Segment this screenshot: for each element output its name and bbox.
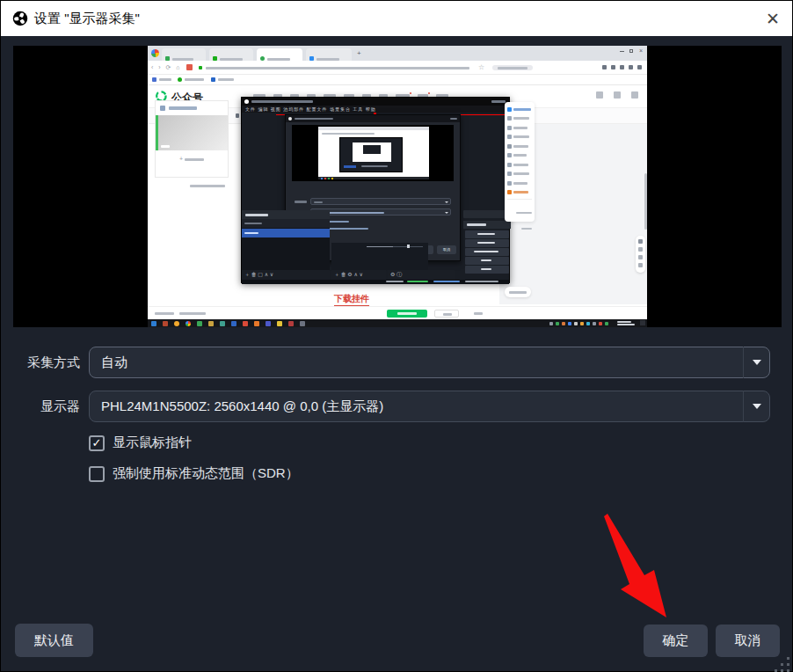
bookmark-icon xyxy=(152,77,156,82)
capture-method-select[interactable]: 自动 xyxy=(89,347,770,378)
dialog-titlebar: 设置 "显示器采集" ✕ xyxy=(1,1,792,36)
bookmark-icon xyxy=(211,77,215,82)
download-widget-link: 下载挂件 xyxy=(334,293,369,306)
nested-dialog-icon xyxy=(288,117,292,121)
taskbar-app-icon xyxy=(220,321,225,326)
draft-thumbnail xyxy=(156,115,228,150)
browser-tab xyxy=(162,48,206,61)
display-label: 显示器 xyxy=(1,398,80,415)
red-arrow-annotation xyxy=(568,493,709,625)
nested-dialog-title xyxy=(295,118,333,120)
transitions-toolbar: ⚙ ⓘ xyxy=(388,270,455,280)
chevron-down-icon xyxy=(743,347,769,378)
capture-method-value: 自动 xyxy=(90,354,743,371)
bookmark-icon xyxy=(178,77,182,82)
extension-icon xyxy=(186,64,193,70)
exit-button xyxy=(465,266,509,274)
audio-mixer xyxy=(331,243,428,270)
controls-dock-header xyxy=(463,221,511,229)
url-security-icon xyxy=(199,66,202,69)
mini-obs-menubar: 文件 编辑 视图 泊坞部件 配置文件 场景集合 工具 帮助 xyxy=(242,106,509,113)
defaults-button[interactable]: 默认值 xyxy=(15,624,93,657)
browser-tab-active xyxy=(257,48,302,61)
taskbar-app-icon xyxy=(197,321,202,326)
mini-obs-window: 文件 编辑 视图 泊坞部件 配置文件 场景集合 工具 帮助 xyxy=(241,97,510,283)
new-draft-button: + xyxy=(156,156,228,162)
virtual-camera-button xyxy=(465,248,509,256)
nested-taskbar xyxy=(318,177,429,179)
editor-side-panel xyxy=(505,102,535,222)
show-cursor-checkbox[interactable]: ✓ 显示鼠标指针 xyxy=(89,435,192,451)
chevron-down-icon xyxy=(743,391,769,422)
capture-method-label: 采集方式 xyxy=(1,354,80,371)
mini-obs-controls xyxy=(491,100,506,103)
nested-combo xyxy=(310,198,451,205)
taskbar-clock xyxy=(617,321,635,325)
bookmark-label xyxy=(159,78,171,81)
nested-shot xyxy=(318,127,429,179)
nested-combo xyxy=(310,208,451,215)
nested-line xyxy=(322,133,375,135)
draft-card: + xyxy=(155,100,229,178)
article-chip xyxy=(505,287,531,297)
browser-tab xyxy=(306,48,352,61)
maximize-icon xyxy=(629,49,633,53)
scene-row xyxy=(242,219,330,228)
taskbar-app-icon xyxy=(186,321,191,326)
resize-grip[interactable] xyxy=(775,657,792,672)
taskbar-app-icon xyxy=(254,321,259,326)
force-sdr-checkbox[interactable]: 强制使用标准动态范围（SDR） xyxy=(89,465,299,482)
footer-status xyxy=(155,312,174,315)
start-recording-button xyxy=(465,239,509,247)
cancel-button[interactable]: 取消 xyxy=(716,625,780,657)
scenes-list xyxy=(242,219,330,270)
display-select[interactable]: PHL24M1N5500Z: 2560x1440 @ 0,0 (主显示器) xyxy=(89,391,770,422)
draft-title xyxy=(169,106,197,110)
taskbar-app-icon xyxy=(266,321,271,326)
mini-obs-logo-icon xyxy=(244,99,249,104)
browser-scrollbar xyxy=(644,173,647,230)
scene-transition-combo xyxy=(463,210,511,218)
show-desktop-icon xyxy=(640,320,645,325)
mini-obs-title xyxy=(251,100,313,103)
taskbar-app-icon xyxy=(300,321,305,326)
mixer-toolbar: ＋ 🗑 ⚙ ∧ ∨ xyxy=(331,270,386,280)
window-close-icon: × xyxy=(639,47,643,54)
scene-row-selected xyxy=(242,229,330,237)
draft-icon xyxy=(160,106,165,111)
profile-name xyxy=(498,67,527,69)
nested-nested-dialog xyxy=(353,142,391,162)
windows-taskbar xyxy=(148,319,647,327)
taskbar-app-icon xyxy=(163,321,168,326)
nested-tabstrip xyxy=(318,127,429,130)
taskbar-app-icon xyxy=(277,321,282,326)
bookmarks-bar xyxy=(148,75,647,85)
volume-meter xyxy=(367,245,425,250)
draft-meta xyxy=(190,185,225,187)
browser-tabstrip: + × xyxy=(148,46,647,61)
taskbar-app-icon xyxy=(208,321,214,326)
display-capture-properties-dialog: 设置 "显示器采集" ✕ + × ‹ › ⟳ ⌂ xyxy=(0,0,793,672)
scenes-toolbar: ＋ 🗑 ▢ ∧ ∨ xyxy=(242,270,330,280)
floating-tool-pill xyxy=(636,236,645,273)
header-right-icons xyxy=(596,91,638,99)
editor-footer xyxy=(148,306,647,319)
ok-button[interactable]: 确定 xyxy=(644,625,708,657)
mini-obs-titlebar xyxy=(242,98,509,106)
nav-icons: ‹ › ⟳ ⌂ xyxy=(151,64,182,71)
system-tray xyxy=(547,322,608,325)
checkbox-checked-icon: ✓ xyxy=(89,435,105,451)
bookmark-star-icon: ☆ xyxy=(478,63,484,71)
browser-tab xyxy=(209,48,253,61)
toolbar-right-icons xyxy=(602,65,642,69)
start-streaming-button xyxy=(465,230,509,238)
settings-button xyxy=(465,257,509,265)
close-icon[interactable]: ✕ xyxy=(753,1,792,36)
url-text xyxy=(206,67,469,69)
display-value: PHL24M1N5500Z: 2560x1440 @ 0,0 (主显示器) xyxy=(90,398,743,415)
captured-desktop: + × ‹ › ⟳ ⌂ ☆ xyxy=(148,46,647,327)
nested-preview xyxy=(292,125,454,181)
scenes-dock-header xyxy=(242,210,330,219)
capture-preview: + × ‹ › ⟳ ⌂ ☆ xyxy=(13,46,782,327)
nested-dialog-close xyxy=(450,118,457,120)
